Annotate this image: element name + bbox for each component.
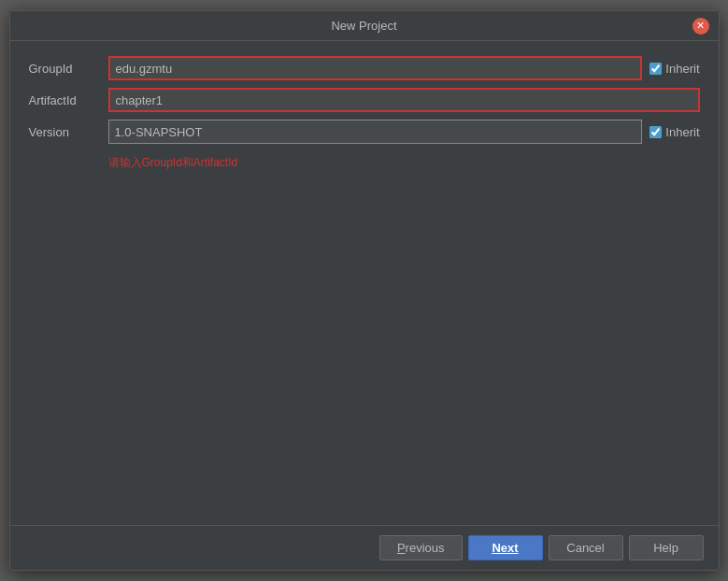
- groupid-label: GroupId: [29, 62, 108, 76]
- version-inherit: Inherit: [649, 125, 699, 139]
- artifactid-row: ArtifactId: [29, 88, 700, 112]
- help-button[interactable]: Help: [629, 535, 704, 560]
- cancel-label: Cancel: [566, 541, 604, 555]
- dialog-content: GroupId Inherit ArtifactId Version Inher…: [10, 41, 719, 525]
- help-label: Help: [653, 541, 678, 555]
- artifactid-label: ArtifactId: [29, 93, 108, 107]
- dialog-title: New Project: [331, 19, 396, 33]
- cancel-button[interactable]: Cancel: [549, 535, 623, 560]
- title-bar: New Project ✕: [10, 11, 719, 41]
- error-message: 请输入GroupId和ArtifactId: [108, 155, 700, 171]
- groupid-inherit: Inherit: [649, 62, 699, 76]
- version-row: Version Inherit: [29, 120, 700, 144]
- dialog-footer: Previous Next Cancel Help: [10, 525, 719, 570]
- groupid-inherit-label: Inherit: [665, 62, 699, 76]
- version-inherit-checkbox[interactable]: [649, 126, 662, 138]
- next-label: Next: [492, 541, 518, 555]
- next-button[interactable]: Next: [468, 535, 543, 560]
- close-button[interactable]: ✕: [692, 18, 709, 35]
- previous-label: Previous: [397, 541, 445, 555]
- close-icon: ✕: [696, 21, 705, 31]
- groupid-row: GroupId Inherit: [29, 56, 700, 80]
- version-inherit-label: Inherit: [665, 125, 699, 139]
- version-label: Version: [29, 125, 108, 139]
- version-input[interactable]: [108, 120, 643, 144]
- previous-button[interactable]: Previous: [379, 535, 463, 560]
- groupid-inherit-checkbox[interactable]: [649, 63, 662, 75]
- groupid-input[interactable]: [108, 56, 643, 80]
- new-project-dialog: New Project ✕ GroupId Inherit ArtifactId…: [9, 10, 720, 571]
- artifactid-input[interactable]: [108, 88, 700, 112]
